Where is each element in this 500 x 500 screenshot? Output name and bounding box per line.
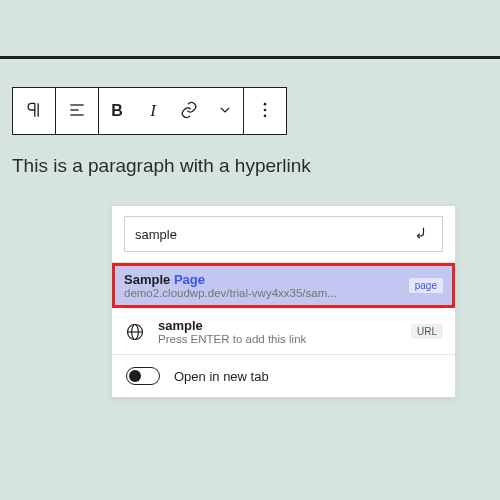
globe-icon: [124, 321, 146, 343]
result-hint: Press ENTER to add this link: [158, 333, 399, 345]
link-button[interactable]: [171, 88, 207, 134]
type-badge: URL: [411, 324, 443, 339]
bold-button[interactable]: B: [99, 88, 135, 134]
type-badge: page: [409, 278, 443, 293]
svg-point-3: [264, 102, 267, 105]
toggle-knob: [129, 370, 141, 382]
link-result[interactable]: sample Press ENTER to add this link URL: [112, 309, 455, 354]
open-new-tab-toggle[interactable]: [126, 367, 160, 385]
more-formatting-button[interactable]: [207, 88, 243, 134]
svg-point-5: [264, 114, 267, 117]
block-toolbar: B I: [12, 87, 287, 135]
link-result-highlighted[interactable]: Sample Page demo2.cloudwp.dev/trial-vwy4…: [112, 263, 455, 308]
align-left-icon: [67, 100, 87, 123]
enter-arrow-icon: [413, 224, 431, 245]
result-title: Sample Page: [124, 272, 397, 287]
more-options-button[interactable]: [244, 88, 286, 134]
italic-button[interactable]: I: [135, 88, 171, 134]
paragraph-block[interactable]: This is a paragraph with a hyperlink: [12, 155, 488, 177]
align-button[interactable]: [56, 88, 98, 134]
link-search-field[interactable]: [124, 216, 443, 252]
result-url: demo2.cloudwp.dev/trial-vwy4xx35/sam...: [124, 287, 397, 299]
open-new-tab-label: Open in new tab: [174, 369, 269, 384]
link-search-input[interactable]: [135, 227, 412, 242]
link-popover: Sample Page demo2.cloudwp.dev/trial-vwy4…: [111, 205, 456, 398]
chevron-down-icon: [217, 102, 233, 121]
svg-point-4: [264, 108, 267, 111]
submit-link-button[interactable]: [412, 224, 432, 244]
block-type-button[interactable]: [13, 88, 55, 134]
more-vertical-icon: [255, 100, 275, 123]
result-title: sample: [158, 318, 399, 333]
open-new-tab-row: Open in new tab: [112, 354, 455, 397]
link-icon: [179, 100, 199, 123]
pilcrow-icon: [24, 100, 44, 123]
